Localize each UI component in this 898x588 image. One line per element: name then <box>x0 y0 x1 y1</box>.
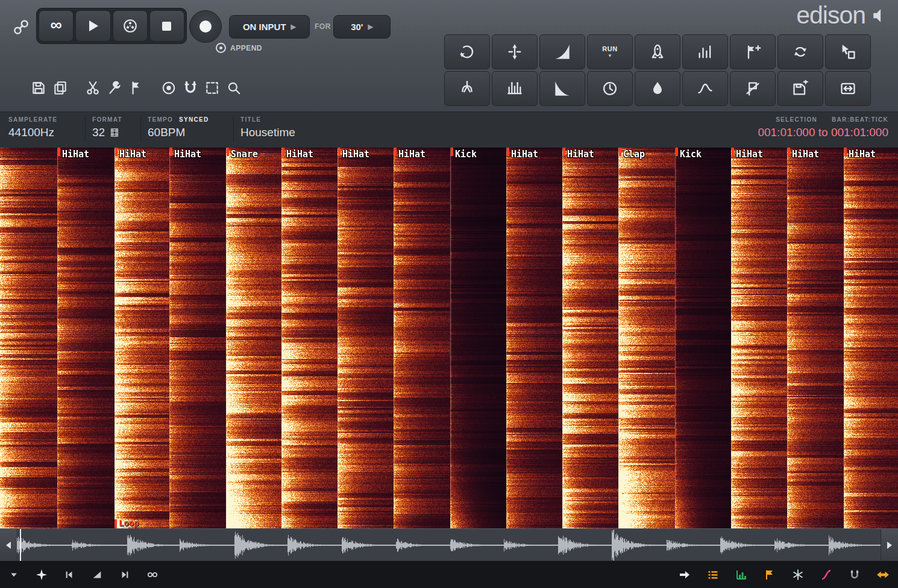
selection-icon <box>204 80 220 96</box>
tool-grid: RUN▼ <box>444 34 871 106</box>
record-button[interactable] <box>189 10 222 43</box>
center-button[interactable] <box>492 34 538 69</box>
append-option[interactable]: APPEND <box>216 43 262 53</box>
chevron-right-icon: ▶ <box>291 23 296 31</box>
save-button[interactable] <box>28 76 49 100</box>
snap-toggle-button[interactable] <box>848 568 861 581</box>
edit-tool-button[interactable] <box>104 76 125 100</box>
smooth-button[interactable] <box>682 71 728 106</box>
claw-icon <box>459 80 476 97</box>
freeze-button[interactable] <box>791 568 805 581</box>
flag-plus-icon <box>744 43 761 60</box>
playlist-button[interactable] <box>706 568 720 581</box>
marker-flag-icon <box>507 148 509 156</box>
selection-field: SELECTIONBAR:BEAT:TICK 001:01:000 to 001… <box>758 116 888 139</box>
select-button[interactable] <box>201 76 223 100</box>
time-stretch-button[interactable] <box>587 71 633 106</box>
stop-button[interactable] <box>149 10 184 42</box>
markers-button[interactable] <box>763 568 776 581</box>
save-sample-button[interactable] <box>777 71 823 106</box>
eye-icon <box>161 80 177 96</box>
convolution-button[interactable] <box>777 34 823 69</box>
chart-icon <box>735 569 747 581</box>
fade-out-icon <box>554 80 571 97</box>
loop-flag-icon <box>115 519 117 528</box>
bottom-toolbar <box>0 561 898 588</box>
marker-flag-icon <box>732 148 734 156</box>
copy-button[interactable] <box>49 76 71 100</box>
loop-record-button[interactable]: ∞ <box>39 10 74 42</box>
list-icon <box>707 569 719 581</box>
denoise-button[interactable] <box>444 71 490 106</box>
record-source-button[interactable] <box>113 10 148 42</box>
flag-icon <box>764 569 776 581</box>
scroll-right-button[interactable] <box>881 529 898 561</box>
marker-label: HiHat <box>286 149 313 160</box>
magnifier-icon <box>226 80 242 96</box>
play-button[interactable] <box>75 10 110 42</box>
turn-button[interactable] <box>444 34 490 69</box>
fade-tool-button[interactable] <box>90 568 104 581</box>
previous-marker-button[interactable] <box>63 568 76 581</box>
marker-flag-icon <box>58 148 60 156</box>
fade-in-button[interactable] <box>539 34 585 69</box>
selection-value: 001:01:000 to 001:01:000 <box>758 126 888 139</box>
cut-button[interactable] <box>82 76 104 100</box>
title-field[interactable]: TITLE Housetime <box>240 116 295 139</box>
floppy-icon <box>31 80 46 96</box>
ramp-icon <box>92 569 102 580</box>
scroll-left-button[interactable] <box>0 529 17 561</box>
send-button[interactable] <box>678 568 691 581</box>
stretch-button[interactable] <box>876 568 890 581</box>
chain-icon <box>146 569 159 581</box>
region-markers: HiHatHiHatHiHatSnareHiHatHiHatHiHatKickH… <box>0 148 898 528</box>
waveform-overview[interactable] <box>0 528 898 561</box>
stats-button[interactable] <box>682 34 728 69</box>
drag-copy-button[interactable] <box>825 34 871 69</box>
snap-button[interactable] <box>180 76 201 100</box>
tempo-field[interactable]: TEMPOSYNCED 60BPM <box>148 116 209 139</box>
zoom-button[interactable] <box>223 76 245 100</box>
declip-button[interactable] <box>635 71 680 106</box>
noise-gate-button[interactable] <box>730 71 776 106</box>
levels-button[interactable] <box>735 568 748 581</box>
marker-label: HiHat <box>62 149 89 160</box>
circular-arrow-icon <box>459 43 476 60</box>
send-to-playlist-button[interactable] <box>825 71 871 106</box>
playhead[interactable] <box>20 529 21 561</box>
options-menu-button[interactable] <box>7 568 20 581</box>
link-icon[interactable] <box>10 16 33 39</box>
speaker-icon <box>871 8 887 23</box>
edit-toolbar <box>28 76 245 100</box>
copy-icon <box>52 80 68 96</box>
rocket-icon <box>649 43 666 60</box>
view-button[interactable] <box>158 76 180 100</box>
info-bar: SAMPLERATE 44100Hz FORMAT 32 TEMPOSYNCED… <box>0 112 898 148</box>
caret-down-icon <box>9 570 19 580</box>
spectrogram[interactable]: HiHatHiHatHiHatSnareHiHatHiHatHiHatKickH… <box>0 148 898 528</box>
slide-button[interactable] <box>820 568 833 581</box>
marker-label: HiHat <box>567 149 594 160</box>
format-field[interactable]: FORMAT 32 <box>92 116 122 139</box>
marker-flag-icon <box>844 148 847 156</box>
run-script-button[interactable]: RUN▼ <box>587 34 633 69</box>
overview-canvas[interactable] <box>17 530 881 561</box>
append-radio[interactable] <box>216 43 226 53</box>
record-time-dropdown[interactable]: 30'▶ <box>333 15 391 39</box>
add-marker-button[interactable] <box>730 34 776 69</box>
marker-flag-icon <box>227 148 229 156</box>
marker-label: HiHat <box>511 149 538 160</box>
record-mode-dropdown[interactable]: ON INPUT▶ <box>229 15 310 39</box>
marker-label: Kick <box>455 149 477 160</box>
edison-window: ∞ APPEND ON INPUT▶ FOR 30'▶ edison <box>0 0 898 588</box>
spectrum-toggle-button[interactable] <box>35 568 48 581</box>
transport-controls: ∞ <box>36 8 187 44</box>
send-box-icon <box>840 80 856 97</box>
next-marker-button[interactable] <box>118 568 131 581</box>
marker-button[interactable] <box>125 76 147 100</box>
amp-button[interactable] <box>635 34 680 69</box>
play-icon <box>89 20 98 31</box>
fade-out-button[interactable] <box>539 71 585 106</box>
link-loop-button[interactable] <box>146 568 159 581</box>
harmonics-button[interactable] <box>492 71 538 106</box>
